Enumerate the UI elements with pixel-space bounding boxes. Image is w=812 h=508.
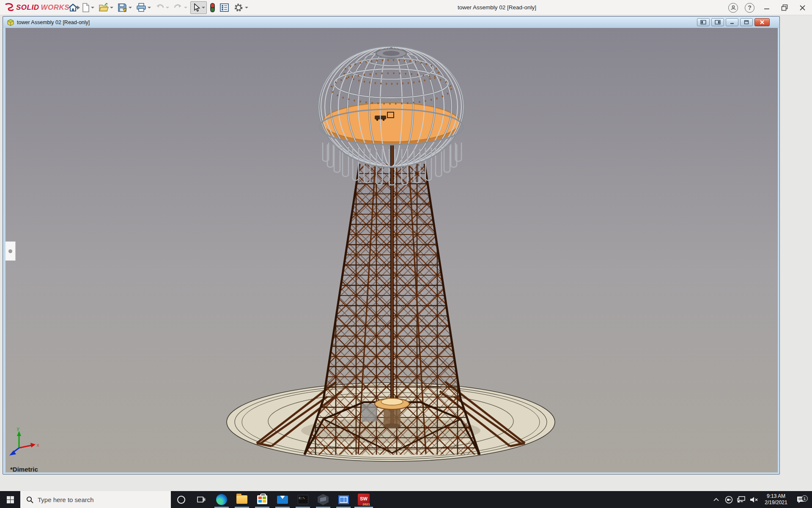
performance-button[interactable] (208, 1, 217, 14)
quick-access-toolbar (67, 0, 251, 15)
print-icon (136, 3, 146, 12)
meet-now-icon (725, 496, 733, 504)
document-title: tower Assembly 02 [Read-only] (17, 19, 90, 25)
volume-muted-icon (750, 496, 759, 503)
options-dropdown[interactable] (245, 7, 248, 8)
save-icon (118, 3, 127, 12)
media-app-icon (338, 495, 349, 504)
print-button[interactable] (135, 1, 152, 14)
triad-x-label: x (37, 442, 39, 447)
windows-logo-icon (7, 496, 14, 503)
microsoft-store-icon (257, 495, 267, 504)
taskbar-app-solidworks[interactable]: SW2021 (354, 491, 374, 508)
document-titlebar[interactable]: tower Assembly 02 [Read-only] (3, 17, 779, 28)
select-tool-button[interactable] (190, 1, 207, 14)
task-view-button[interactable] (191, 491, 211, 508)
clock-date: 2/19/2021 (761, 500, 791, 506)
command-prompt-icon: C:\ (298, 495, 308, 504)
account-icon[interactable] (728, 3, 738, 13)
taskbar-app-file-explorer[interactable] (232, 491, 252, 508)
network-button[interactable] (735, 491, 748, 508)
close-button[interactable] (797, 2, 808, 13)
triad-y-label: y (17, 426, 19, 431)
file-properties-icon (219, 3, 229, 12)
search-placeholder: Type here to search (38, 496, 94, 503)
taskbar-app-mail[interactable] (272, 491, 293, 508)
meet-now-button[interactable] (722, 491, 735, 508)
cortana-icon (177, 496, 185, 504)
home-button[interactable] (67, 1, 79, 14)
brand-text-works: WORKS (41, 3, 69, 12)
redo-button[interactable] (172, 1, 189, 14)
dome-top-opening (376, 49, 406, 58)
new-document-button[interactable] (81, 1, 96, 14)
chevron-up-icon (713, 498, 719, 501)
hexagon-app-icon (318, 494, 329, 505)
edge-icon (216, 494, 227, 505)
options-gear-icon (233, 3, 244, 13)
document-window: tower Assembly 02 [Read-only] (3, 16, 780, 475)
taskbar-clock[interactable]: 9:13 AM 2/19/2021 (760, 493, 792, 506)
undo-button[interactable] (154, 1, 170, 14)
options-button[interactable] (232, 1, 250, 14)
open-folder-icon (99, 3, 109, 12)
application-title: tower Assembly 02 [Read-only] (431, 0, 562, 15)
redo-dropdown[interactable] (184, 7, 187, 8)
taskbar-app-edge[interactable] (211, 491, 232, 508)
cortana-button[interactable] (171, 491, 191, 508)
windows-taskbar: Type here to search C:\ SW2021 9:13 (0, 491, 812, 508)
taskbar-app-list: C:\ SW2021 (211, 491, 374, 508)
task-view-icon (197, 496, 206, 503)
ethernet-network-icon (737, 496, 746, 503)
taskbar-app-media[interactable] (333, 491, 354, 508)
start-button[interactable] (0, 491, 20, 508)
notification-count-badge: 1 (801, 495, 808, 502)
taskbar-app-hexagon[interactable] (313, 491, 333, 508)
taskbar-search[interactable]: Type here to search (20, 491, 171, 508)
print-dropdown[interactable] (148, 7, 151, 8)
view-orientation-label: *Dimetric (10, 466, 38, 472)
graphics-viewport[interactable]: x y *Dimetric (5, 28, 778, 472)
solidworks-logo-mark (4, 3, 14, 12)
document-window-controls (697, 18, 770, 26)
help-icon[interactable]: ? (745, 3, 754, 13)
appbar-right-controls: ? (728, 0, 808, 15)
file-properties-button[interactable] (218, 1, 230, 14)
assembly-document-icon (7, 19, 14, 26)
doc-close-button[interactable] (754, 18, 770, 26)
select-tool-dropdown[interactable] (202, 7, 205, 8)
panel-flyout-handle[interactable] (5, 241, 16, 261)
action-center-button[interactable]: 1 (792, 496, 809, 504)
undo-dropdown[interactable] (166, 7, 169, 8)
tray-overflow-button[interactable] (710, 491, 722, 508)
brand-text-solid: SOLID (16, 3, 39, 12)
file-explorer-icon (236, 495, 247, 504)
save-dropdown[interactable] (129, 7, 132, 8)
pane-right-button[interactable] (711, 18, 724, 26)
clock-time: 9:13 AM (761, 493, 791, 500)
taskbar-app-terminal[interactable]: C:\ (293, 491, 313, 508)
application-titlebar: SOLIDWORKS (0, 0, 812, 15)
restore-button[interactable] (779, 2, 790, 13)
solidworks-app-icon: SW2021 (358, 494, 370, 505)
mail-icon (277, 496, 288, 504)
search-icon (26, 496, 33, 503)
open-button[interactable] (97, 1, 115, 14)
minimize-button[interactable] (761, 2, 772, 13)
new-document-icon (82, 3, 90, 12)
select-cursor-icon (192, 3, 200, 12)
home-icon (68, 3, 78, 12)
volume-button[interactable] (748, 491, 760, 508)
model-scene: x y *Dimetric (5, 28, 778, 472)
doc-minimize-button[interactable] (726, 18, 738, 26)
pane-left-button[interactable] (697, 18, 710, 26)
undo-icon (155, 3, 165, 12)
taskbar-app-store[interactable] (252, 491, 272, 508)
redo-icon (173, 3, 183, 12)
open-dropdown[interactable] (110, 7, 113, 8)
performance-indicator-icon (210, 3, 215, 13)
new-document-dropdown[interactable] (91, 7, 94, 8)
system-tray: 9:13 AM 2/19/2021 1 (710, 491, 812, 508)
save-button[interactable] (116, 1, 133, 14)
doc-restore-button[interactable] (740, 18, 753, 26)
